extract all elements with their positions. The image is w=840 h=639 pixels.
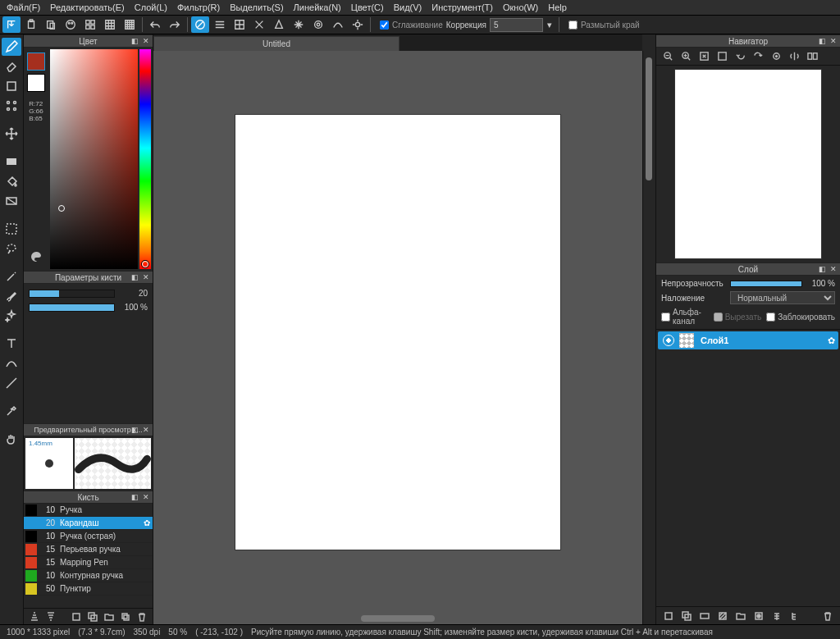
snap-cross-icon[interactable] bbox=[250, 16, 268, 33]
pen-shape-tool[interactable] bbox=[2, 77, 21, 95]
zoom-in-icon[interactable] bbox=[678, 49, 694, 64]
hue-slider[interactable] bbox=[139, 49, 151, 269]
panel-close-icon[interactable]: ✕ bbox=[141, 272, 151, 283]
panel-popout-icon[interactable]: ◧ bbox=[817, 35, 827, 47]
pencil-tool[interactable] bbox=[2, 38, 21, 56]
eyedropper-tool[interactable] bbox=[2, 402, 21, 420]
menu-tool[interactable]: Инструмент(T) bbox=[431, 2, 493, 12]
layer-hatch-icon[interactable] bbox=[715, 609, 730, 623]
snap-grid-icon[interactable] bbox=[231, 16, 249, 33]
panel-popout-icon[interactable]: ◧ bbox=[130, 272, 139, 283]
snap-settings-icon[interactable] bbox=[349, 16, 367, 33]
clip-check[interactable]: Вырезать bbox=[714, 313, 761, 322]
panel-close-icon[interactable]: ✕ bbox=[829, 263, 838, 275]
layer-list[interactable]: Слой1 ✿ bbox=[656, 330, 840, 606]
brush-gear-icon[interactable]: ✿ bbox=[141, 518, 153, 527]
snap-lines-icon[interactable] bbox=[211, 16, 229, 33]
brush-row[interactable]: 10 Ручка bbox=[24, 504, 153, 517]
lasso-tool[interactable] bbox=[2, 240, 21, 258]
snap-circle-icon[interactable] bbox=[309, 16, 327, 33]
grid-small-icon[interactable] bbox=[121, 16, 139, 33]
navigator-preview[interactable] bbox=[656, 66, 840, 262]
folder-icon[interactable] bbox=[102, 610, 116, 623]
eraser-tool[interactable] bbox=[2, 57, 21, 75]
flip-h-icon[interactable] bbox=[786, 49, 802, 64]
layer-gear-icon[interactable]: ✿ bbox=[824, 335, 838, 346]
vertical-scrollbar[interactable] bbox=[642, 51, 654, 624]
panel-popout-icon[interactable]: ◧ bbox=[130, 491, 139, 503]
menu-view[interactable]: Вид(V) bbox=[394, 2, 422, 12]
panel-close-icon[interactable]: ✕ bbox=[829, 35, 838, 47]
line-tool[interactable] bbox=[2, 374, 21, 392]
magic-tool[interactable] bbox=[2, 307, 21, 325]
layer-trash-icon[interactable] bbox=[820, 609, 835, 623]
brush-list[interactable]: 10 Ручка 20 Карандаш ✿ 10 Ручка (острая)… bbox=[24, 504, 153, 608]
actual-icon[interactable] bbox=[714, 49, 730, 64]
layer-opacity-slider[interactable] bbox=[730, 281, 802, 287]
brush-row[interactable]: 15 Mapping Pen bbox=[24, 556, 153, 569]
brush-row[interactable]: 20 Карандаш ✿ bbox=[24, 517, 153, 530]
wand-tool[interactable] bbox=[2, 267, 21, 285]
grid-3x3-icon[interactable] bbox=[101, 16, 119, 33]
layer-type-icon[interactable] bbox=[697, 609, 712, 623]
brush2-tool[interactable] bbox=[2, 287, 21, 305]
menu-filter[interactable]: Фильтр(R) bbox=[177, 2, 220, 12]
panel-popout-icon[interactable]: ◧ bbox=[817, 263, 827, 275]
menu-select[interactable]: Выделить(S) bbox=[230, 2, 283, 12]
snap-curve-icon[interactable] bbox=[329, 16, 347, 33]
new-layer-icon[interactable] bbox=[661, 609, 676, 623]
sort-desc-icon[interactable] bbox=[43, 610, 58, 623]
menu-file[interactable]: Файл(F) bbox=[7, 2, 40, 12]
text-tool[interactable] bbox=[2, 335, 21, 353]
rect-select-tool[interactable] bbox=[2, 153, 21, 171]
panel-popout-icon[interactable]: ◧ bbox=[130, 424, 139, 436]
bucket-tool[interactable] bbox=[2, 172, 21, 190]
layer-folder-icon[interactable] bbox=[733, 609, 748, 623]
hand-tool[interactable] bbox=[2, 430, 21, 448]
panel-close-icon[interactable]: ✕ bbox=[141, 35, 151, 47]
menu-color[interactable]: Цвет(C) bbox=[351, 2, 384, 12]
alpha-check[interactable]: Альфа-канал bbox=[661, 308, 709, 326]
palette-icon[interactable] bbox=[62, 16, 80, 33]
menu-window[interactable]: Окно(W) bbox=[503, 2, 538, 12]
copy-icon[interactable] bbox=[118, 610, 133, 623]
brush-row[interactable]: 50 Пунктир bbox=[24, 582, 153, 596]
fit-icon[interactable] bbox=[696, 49, 712, 64]
new-layer2-icon[interactable] bbox=[679, 609, 694, 623]
palette-icon[interactable] bbox=[29, 249, 43, 264]
no-snap-icon[interactable] bbox=[191, 16, 209, 33]
layer-merge-icon[interactable] bbox=[769, 609, 784, 623]
stack-icon[interactable] bbox=[85, 610, 100, 623]
layer-tree-icon[interactable] bbox=[788, 609, 802, 623]
rotate-cw-icon[interactable] bbox=[750, 49, 766, 64]
curve-tool[interactable] bbox=[2, 354, 21, 372]
lock-check[interactable]: Заблокировать bbox=[766, 313, 835, 322]
layer-visibility-icon[interactable] bbox=[663, 335, 674, 346]
panel-close-icon[interactable]: ✕ bbox=[141, 424, 151, 436]
menu-edit[interactable]: Редактировать(E) bbox=[50, 2, 125, 12]
layer-row[interactable]: Слой1 ✿ bbox=[658, 331, 838, 349]
foreground-swatch[interactable] bbox=[27, 52, 45, 71]
export-icon[interactable] bbox=[2, 16, 21, 33]
gradient-tool[interactable] bbox=[2, 192, 21, 210]
sort-asc-icon[interactable] bbox=[27, 610, 42, 623]
horizontal-scrollbar[interactable] bbox=[153, 613, 642, 624]
snap-radial-icon[interactable] bbox=[290, 16, 308, 33]
dual-view-icon[interactable] bbox=[804, 49, 820, 64]
marquee-tool[interactable] bbox=[2, 220, 21, 238]
canvas[interactable] bbox=[235, 115, 560, 550]
blurred-edge-check[interactable]: Размытый край bbox=[568, 21, 640, 30]
layer-mask-icon[interactable] bbox=[751, 609, 766, 623]
reset-rotation-icon[interactable] bbox=[768, 49, 784, 64]
menu-help[interactable]: Help bbox=[548, 2, 567, 12]
brush-row[interactable]: 10 Контурная ручка bbox=[24, 569, 153, 582]
clipboard-icon[interactable] bbox=[22, 16, 40, 33]
rotate-ccw-icon[interactable] bbox=[732, 49, 748, 64]
move-tool[interactable] bbox=[2, 125, 21, 143]
correction-dropdown-icon[interactable]: ▾ bbox=[544, 16, 555, 33]
document-tab[interactable]: Untitled bbox=[153, 36, 399, 51]
smoothing-check[interactable]: Сглаживание bbox=[380, 21, 443, 30]
menu-layer[interactable]: Слой(L) bbox=[135, 2, 167, 12]
redo-icon[interactable] bbox=[166, 16, 184, 33]
menu-ruler[interactable]: Линейка(N) bbox=[294, 2, 341, 12]
